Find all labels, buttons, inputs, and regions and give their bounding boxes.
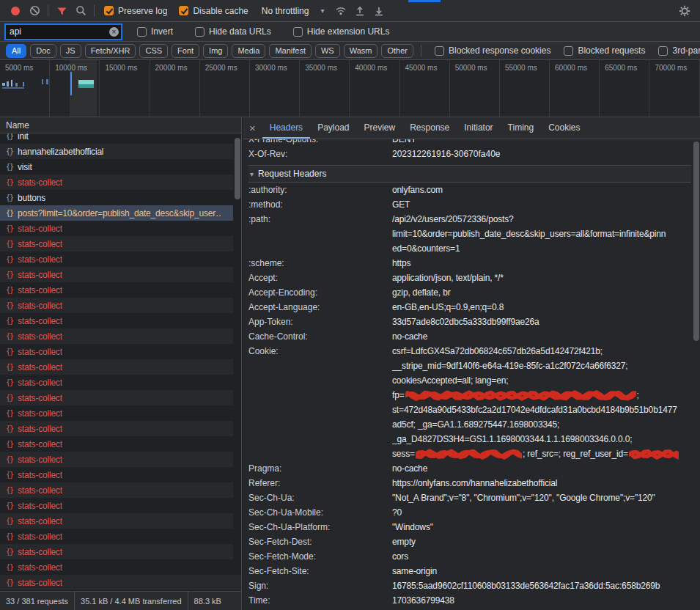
request-row[interactable]: {}stats-collect	[0, 282, 241, 298]
header-row: Sign:16785:5aad9602cf110608b03133de56364…	[248, 578, 691, 593]
type-filter-other[interactable]: Other	[381, 44, 413, 58]
settings-gear-button[interactable]	[675, 1, 694, 21]
network-overview[interactable]: 5000 ms10000 ms15000 ms20000 ms25000 ms3…	[0, 60, 700, 117]
scrollbar-thumb[interactable]	[693, 142, 699, 341]
type-filter-media[interactable]: Media	[232, 44, 265, 58]
type-filter-doc[interactable]: Doc	[30, 44, 56, 58]
request-row[interactable]: {}stats-collect	[0, 328, 241, 344]
clear-filter-icon[interactable]: ×	[109, 27, 119, 37]
header-value-text: empty	[392, 537, 416, 547]
tab-initiator[interactable]: Initiator	[457, 117, 500, 139]
invert-checkbox[interactable]: Invert	[137, 26, 173, 37]
network-summary-bar: 33 / 381 requests 35.1 kB / 4.4 MB trans…	[0, 591, 241, 610]
import-har-button[interactable]	[350, 1, 369, 21]
hide-extension-urls-checkbox[interactable]: Hide extension URLs	[293, 26, 390, 37]
request-row[interactable]: {}hannahelizabethofficial	[0, 144, 241, 159]
header-row: Sec-Ch-Ua-Mobile:?0	[248, 505, 691, 520]
request-row[interactable]: {}stats-collect	[0, 313, 241, 328]
header-name: X-Frame-Options:	[248, 139, 392, 147]
header-value: gzip, deflate, br	[392, 285, 691, 300]
request-row[interactable]: {}stats-collect	[0, 436, 241, 452]
advanced-filter-checkbox[interactable]: 3rd-party requests	[658, 45, 700, 56]
type-filter-wasm[interactable]: Wasm	[344, 44, 378, 58]
request-name: stats-collect	[18, 408, 62, 419]
request-list-scrollbar[interactable]	[233, 134, 241, 572]
checkbox-unchecked-icon	[658, 46, 668, 56]
request-row[interactable]: {}stats-collect	[0, 390, 241, 405]
request-row[interactable]: {}stats-collect	[0, 559, 241, 575]
request-row[interactable]: {}stats-collect	[0, 221, 241, 236]
request-row[interactable]: {}stats-collect	[0, 405, 241, 421]
header-value-line: sess=; ref_src=; reg_ref_user_id=	[392, 447, 691, 461]
request-row[interactable]: {}stats-collect	[0, 513, 241, 529]
type-filter-manifest[interactable]: Manifest	[269, 44, 312, 58]
disable-cache-label: Disable cache	[193, 6, 248, 16]
type-filter-js[interactable]: JS	[60, 44, 81, 58]
details-scrollbar[interactable]	[692, 139, 700, 610]
request-row[interactable]: {}stats-collect	[0, 359, 241, 375]
filter-input[interactable]	[6, 25, 121, 39]
overview-bars	[0, 60, 700, 117]
request-row[interactable]: {}stats-collect	[0, 452, 241, 467]
request-row[interactable]: {}stats-collect	[0, 544, 241, 559]
clear-button[interactable]	[25, 1, 44, 21]
tab-timing[interactable]: Timing	[501, 117, 542, 139]
header-value-line: no-cache	[392, 461, 691, 476]
scrollbar-thumb[interactable]	[235, 138, 240, 199]
hide-data-urls-checkbox[interactable]: Hide data URLs	[195, 26, 271, 37]
request-row[interactable]: {}stats-collect	[0, 267, 241, 282]
request-row[interactable]: {}stats-collect	[0, 498, 241, 513]
advanced-filter-checkbox[interactable]: Blocked response cookies	[435, 45, 550, 56]
tab-headers[interactable]: Headers	[262, 117, 310, 139]
request-row[interactable]: {}stats-collect	[0, 251, 241, 267]
braces-icon: {}	[6, 486, 13, 494]
close-icon[interactable]: ×	[243, 122, 262, 134]
throttling-dropdown[interactable]: No throttling ▾	[262, 6, 325, 16]
request-row[interactable]: {}stats-collect	[0, 236, 241, 251]
request-row[interactable]: {}posts?limit=10&order=publish_date_desc…	[0, 205, 241, 221]
request-name: stats-collect	[18, 270, 62, 280]
request-headers-section-header[interactable]: ▾ Request Headers	[248, 165, 691, 183]
request-row[interactable]: {}stats-collect	[0, 421, 241, 436]
request-row[interactable]: {}stats-collect	[0, 482, 241, 498]
header-row: :scheme:https	[248, 256, 691, 271]
request-row[interactable]: {}stats-collect	[0, 375, 241, 390]
request-row[interactable]: {}stats-collect	[0, 467, 241, 482]
type-filter-font[interactable]: Font	[172, 44, 199, 58]
request-row[interactable]: {}stats-collect	[0, 174, 241, 190]
export-har-button[interactable]	[369, 1, 388, 21]
type-filter-ws[interactable]: WS	[315, 44, 340, 58]
disable-cache-checkbox[interactable]: Disable cache	[179, 6, 248, 16]
request-name: stats-collect	[18, 378, 62, 388]
header-value: no-cache	[392, 461, 691, 476]
name-column-header[interactable]: Name	[0, 117, 241, 133]
request-row[interactable]: {}visit	[0, 159, 241, 174]
tab-response[interactable]: Response	[402, 117, 457, 139]
header-name: :path:	[248, 212, 392, 256]
type-filter-img[interactable]: Img	[203, 44, 228, 58]
request-row[interactable]: {}stats-collect	[0, 298, 241, 313]
request-row[interactable]: {}stats-collect	[0, 529, 241, 544]
tab-cookies[interactable]: Cookies	[541, 117, 587, 139]
record-button[interactable]	[6, 1, 25, 21]
network-conditions-button[interactable]	[331, 1, 350, 21]
type-filter-all[interactable]: All	[6, 44, 26, 58]
request-row[interactable]: {}stats-collect	[0, 575, 241, 590]
type-filter-fetchxhr[interactable]: Fetch/XHR	[85, 44, 136, 58]
filter-bar: × Invert Hide data URLs Hide extension U…	[0, 22, 700, 42]
request-row[interactable]: {}init	[0, 133, 241, 144]
preserve-log-checkbox[interactable]: Preserve log	[104, 6, 167, 16]
type-filter-css[interactable]: CSS	[139, 44, 168, 58]
tab-preview[interactable]: Preview	[357, 117, 403, 139]
header-row: Accept:application/json, text/plain, */*	[248, 271, 691, 285]
header-value-line: onlyfans.com	[392, 183, 691, 197]
request-row[interactable]: {}stats-collect	[0, 344, 241, 359]
tab-payload[interactable]: Payload	[310, 117, 356, 139]
search-button[interactable]	[71, 1, 90, 21]
request-name: stats-collect	[18, 547, 62, 557]
request-row[interactable]: {}buttons	[0, 190, 241, 205]
braces-icon: {}	[6, 548, 13, 556]
advanced-filter-checkbox[interactable]: Blocked requests	[564, 45, 645, 56]
filter-toggle-button[interactable]	[52, 1, 71, 21]
braces-icon: {}	[6, 271, 13, 279]
